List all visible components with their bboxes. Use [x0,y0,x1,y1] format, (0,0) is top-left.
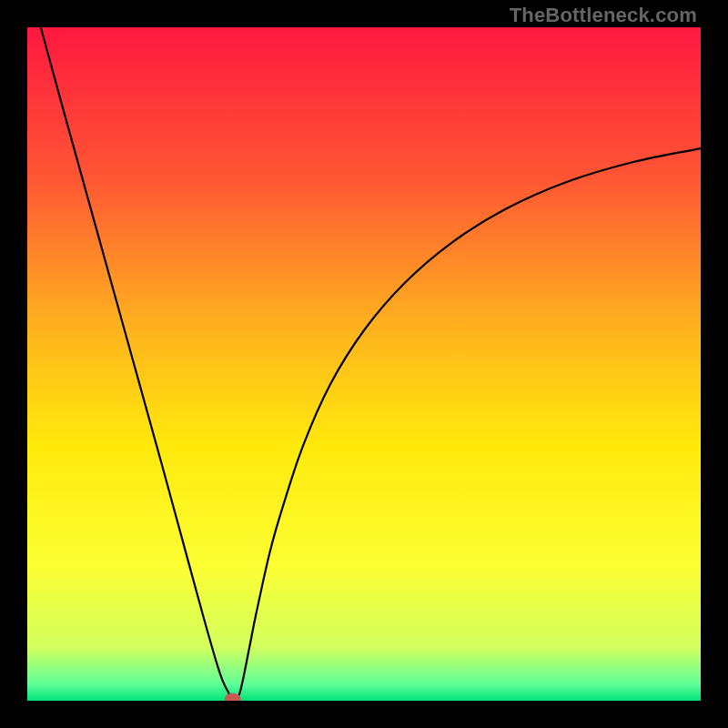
chart-plot-area [27,27,701,701]
watermark-text: TheBottleneck.com [510,4,697,27]
chart-svg [27,27,701,701]
gradient-background [27,27,701,701]
